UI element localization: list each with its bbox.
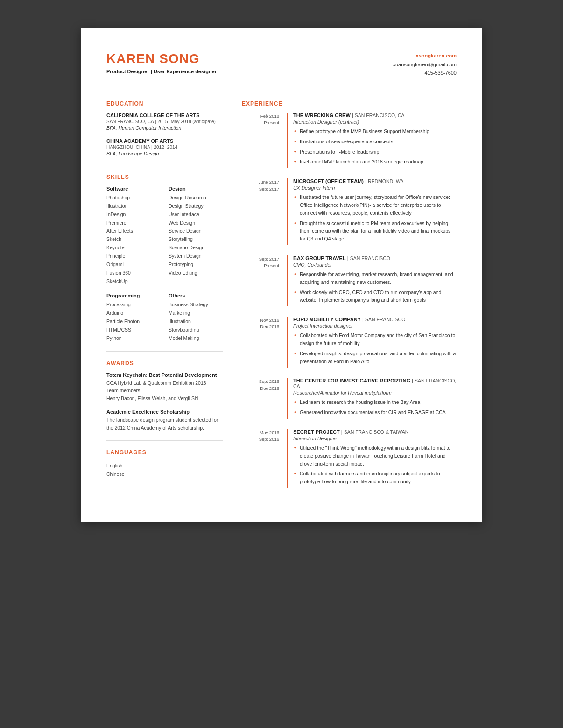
exp-role: Interaction Designer bbox=[293, 436, 457, 441]
exp-dates: Feb 2018Present bbox=[242, 113, 279, 168]
experience-section-title: EXPERIENCE bbox=[242, 100, 457, 107]
skills-column: DesignDesign ResearchDesign StrategyUser… bbox=[169, 186, 223, 285]
exp-bullets: Illustrated the future user journey, sto… bbox=[293, 193, 457, 243]
experience-entry: Feb 2018PresentTHE WRECKING CREW | SAN F… bbox=[242, 113, 457, 168]
experience-entry: June 2017Sept 2017MICROSOFT (Office team… bbox=[242, 178, 457, 245]
main-columns: EDUCATION CALIFORNIA COLLEGE OF THE ARTS… bbox=[106, 100, 457, 498]
candidate-title: Product Designer | User Experience desig… bbox=[106, 69, 217, 74]
exp-location: SAN FRANCISCO & TAIWAN bbox=[344, 429, 409, 435]
exp-bullets: Refine prototype of the MVP Business Sup… bbox=[293, 127, 457, 166]
education-entry: CHINA ACADEMY OF ARTS HANGZHOU, CHINA | … bbox=[106, 138, 223, 156]
language-item: English bbox=[106, 461, 223, 470]
experience-entry: May 2016Sept 2016SECRET PROJECT | SAN FR… bbox=[242, 429, 457, 488]
exp-content: THE WRECKING CREW | SAN FRANCISCO, CAInt… bbox=[287, 113, 457, 168]
skill-item: Principle bbox=[106, 252, 161, 261]
awards-section-title: AWARDS bbox=[106, 360, 223, 367]
education-entry: CALIFORNIA COLLEGE OF THE ARTS SAN FRANC… bbox=[106, 113, 223, 131]
exp-bullet: Refine prototype of the MVP Business Sup… bbox=[293, 127, 457, 135]
exp-role: Researcher/Animator for Reveal mutiplatf… bbox=[293, 390, 457, 396]
exp-bullet: Led team to research the housing issue i… bbox=[293, 398, 457, 406]
edu-school: CHINA ACADEMY OF ARTS bbox=[106, 138, 223, 144]
exp-company: SECRET PROJECT | SAN FRANCISCO & TAIWAN bbox=[293, 429, 457, 435]
award-desc: The landscape design program student sel… bbox=[106, 416, 223, 432]
award-title: Academic Excellence Scholarship bbox=[106, 409, 223, 415]
skills-col-title: Others bbox=[169, 293, 223, 298]
separator: | bbox=[351, 113, 355, 118]
languages-section-title: LANGUAGES bbox=[106, 449, 223, 456]
exp-content: FORD MOBILITY COMPANY | SAN FRANCISCOPro… bbox=[287, 317, 457, 368]
skills-divider bbox=[106, 351, 223, 352]
exp-location: SAN FRANCISCO bbox=[350, 255, 390, 261]
candidate-name: KAREN SONG bbox=[106, 51, 217, 66]
award-entry: Academic Excellence Scholarship The land… bbox=[106, 409, 223, 432]
exp-dates: Sept 2017Present bbox=[242, 255, 279, 306]
exp-content: THE CENTER FOR INVESTIGATIVE REPORTING |… bbox=[287, 378, 457, 419]
header: KAREN SONG Product Designer | User Exper… bbox=[106, 51, 457, 78]
skill-item: Design Research bbox=[169, 194, 223, 202]
skill-item: Web Design bbox=[169, 219, 223, 227]
exp-dates: Nov 2016Dec 2016 bbox=[242, 317, 279, 368]
experience-entry: Sept 2017PresentBAX Group Travel | SAN F… bbox=[242, 255, 457, 306]
email: xuansongkaren@gmail.com bbox=[393, 60, 457, 69]
website-link[interactable]: xsongkaren.com bbox=[393, 51, 457, 60]
skill-item: After Effects bbox=[106, 227, 161, 235]
skills-section-title: SKILLS bbox=[106, 174, 223, 180]
skill-item: Design Strategy bbox=[169, 202, 223, 211]
skill-item: Storytelling bbox=[169, 235, 223, 244]
skill-item: HTML/CSS bbox=[106, 326, 161, 334]
exp-role: Interaction Designer (contract) bbox=[293, 119, 457, 125]
education-section-title: EDUCATION bbox=[106, 100, 223, 107]
skills-col-title: Design bbox=[169, 186, 223, 191]
exp-bullet: Work closely with CEO, CFO and CTO to ru… bbox=[293, 289, 457, 304]
exp-bullet: Collaborated with Ford Motor Company and… bbox=[293, 332, 457, 347]
skill-item: Storyboarding bbox=[169, 326, 223, 334]
header-divider bbox=[106, 92, 457, 92]
exp-bullet: Presentations to T-Mobile leadership bbox=[293, 148, 457, 156]
skill-item: SketchUp bbox=[106, 277, 161, 286]
language-item: Chinese bbox=[106, 470, 223, 479]
exp-bullet: In-channel MVP launch plan and 2018 stra… bbox=[293, 158, 457, 166]
right-column: EXPERIENCE Feb 2018PresentTHE WRECKING C… bbox=[242, 100, 457, 498]
exp-location: SAN FRANCISCO, CA bbox=[355, 113, 405, 118]
skill-item: Fusion 360 bbox=[106, 269, 161, 277]
exp-company: MICROSOFT (Office team) | REDMOND, WA bbox=[293, 178, 457, 184]
skill-item: Video Editing bbox=[169, 269, 223, 277]
header-right: xsongkaren.com xuansongkaren@gmail.com 4… bbox=[393, 51, 457, 78]
awards-divider bbox=[106, 440, 223, 441]
exp-company: THE WRECKING CREW | SAN FRANCISCO, CA bbox=[293, 113, 457, 118]
skill-item: Prototyping bbox=[169, 261, 223, 269]
exp-company: THE CENTER FOR INVESTIGATIVE REPORTING |… bbox=[293, 378, 457, 389]
skill-item: User Interface bbox=[169, 211, 223, 219]
exp-bullet: Generated innovative documentaries for C… bbox=[293, 409, 457, 417]
edu-location: HANGZHOU, CHINA | 2012- 2014 bbox=[106, 145, 223, 150]
exp-bullets: Led team to research the housing issue i… bbox=[293, 398, 457, 417]
exp-bullet: Collaborated with farmers and interdisci… bbox=[293, 470, 457, 486]
separator: | bbox=[346, 255, 350, 261]
separator: | bbox=[410, 378, 415, 383]
skill-item: Premiere bbox=[106, 219, 161, 227]
exp-role: CMO, Co-founder bbox=[293, 262, 457, 268]
award-title: Totem Keychain: Best Potential Developme… bbox=[106, 372, 223, 378]
skill-item: Model Making bbox=[169, 334, 223, 343]
exp-bullet: Responsible for advertising, market rese… bbox=[293, 270, 457, 286]
skills-pairs: SoftwarePhotoshopIllustratorInDesignPrem… bbox=[106, 186, 223, 343]
left-column: EDUCATION CALIFORNIA COLLEGE OF THE ARTS… bbox=[106, 100, 223, 498]
award-desc: CCA Hybrid Lab & Qualcomm Exhibition 201… bbox=[106, 379, 223, 403]
exp-location: REDMOND, WA bbox=[368, 178, 404, 184]
skills-col-title: Programming bbox=[106, 293, 161, 298]
exp-role: Project Interaction designer bbox=[293, 323, 457, 329]
skill-item: Particle Photon bbox=[106, 318, 161, 326]
exp-content: MICROSOFT (Office team) | REDMOND, WAUX … bbox=[287, 178, 457, 245]
skill-item: InDesign bbox=[106, 211, 161, 219]
exp-bullet: Utilized the "Think Wrong" methodology w… bbox=[293, 444, 457, 467]
skill-item: Arduino bbox=[106, 309, 161, 318]
exp-bullet: Developed insights, design provocations,… bbox=[293, 350, 457, 366]
exp-bullets: Utilized the "Think Wrong" methodology w… bbox=[293, 444, 457, 486]
exp-dates: Sept 2016Dec 2016 bbox=[242, 378, 279, 419]
exp-company: BAX Group Travel | SAN FRANCISCO bbox=[293, 255, 457, 261]
skill-item: Photoshop bbox=[106, 194, 161, 202]
education-entries: CALIFORNIA COLLEGE OF THE ARTS SAN FRANC… bbox=[106, 113, 223, 156]
skill-item: Processing bbox=[106, 301, 161, 309]
languages-entries: EnglishChinese bbox=[106, 461, 223, 479]
skills-column: ProgrammingProcessingArduinoParticle Pho… bbox=[106, 293, 161, 342]
